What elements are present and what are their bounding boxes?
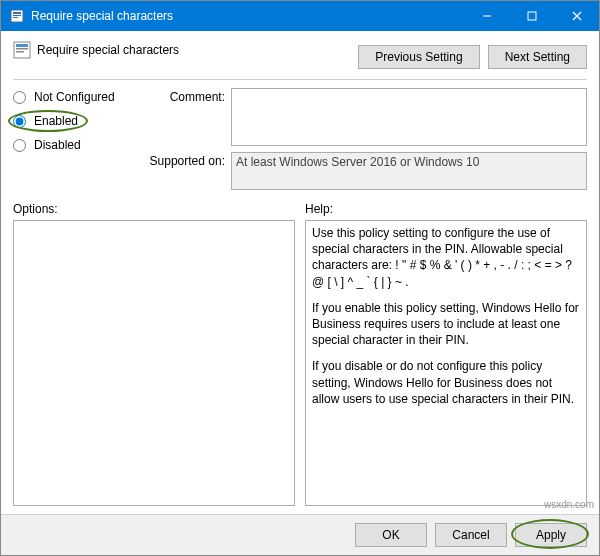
svg-rect-2 [13,15,21,16]
policy-title: Require special characters [37,43,179,57]
content-area: Require special characters Previous Sett… [1,31,599,514]
help-paragraph: If you disable or do not configure this … [312,358,580,407]
options-panel[interactable] [13,220,295,506]
help-paragraph: If you enable this policy setting, Windo… [312,300,580,349]
radio-enabled[interactable]: Enabled [13,114,143,128]
window-controls [464,1,599,31]
radio-not-configured-label: Not Configured [34,90,115,104]
comment-label: Comment: [143,88,225,104]
svg-rect-3 [13,17,18,18]
help-panel[interactable]: Use this policy setting to configure the… [305,220,587,506]
radio-disabled-input[interactable] [13,139,26,152]
window-title: Require special characters [31,9,464,23]
comment-input[interactable] [231,88,587,146]
options-label: Options: [13,202,295,216]
svg-rect-10 [16,48,28,50]
help-label: Help: [305,202,587,216]
maximize-button[interactable] [509,1,554,31]
radio-enabled-label: Enabled [34,114,78,128]
help-paragraph: Use this policy setting to configure the… [312,225,580,290]
titlebar: Require special characters [1,1,599,31]
minimize-button[interactable] [464,1,509,31]
policy-editor-window: Require special characters [0,0,600,556]
radio-disabled-label: Disabled [34,138,81,152]
cancel-button[interactable]: Cancel [435,523,507,547]
ok-button[interactable]: OK [355,523,427,547]
close-button[interactable] [554,1,599,31]
policy-icon [9,8,25,24]
svg-rect-9 [16,44,28,47]
svg-rect-11 [16,51,24,53]
supported-on-label: Supported on: [143,152,225,168]
policy-header-icon [13,41,31,59]
footer: OK Cancel Apply [1,514,599,555]
radio-enabled-input[interactable] [13,115,26,128]
supported-on-display [231,152,587,190]
svg-rect-5 [528,12,536,20]
apply-button[interactable]: Apply [515,523,587,547]
radio-disabled[interactable]: Disabled [13,138,143,152]
svg-rect-1 [13,12,21,14]
previous-setting-button[interactable]: Previous Setting [358,45,479,69]
state-radio-group: Not Configured Enabled Disabled [13,88,143,152]
next-setting-button[interactable]: Next Setting [488,45,587,69]
divider [13,79,587,80]
radio-not-configured-input[interactable] [13,91,26,104]
radio-not-configured[interactable]: Not Configured [13,90,143,104]
